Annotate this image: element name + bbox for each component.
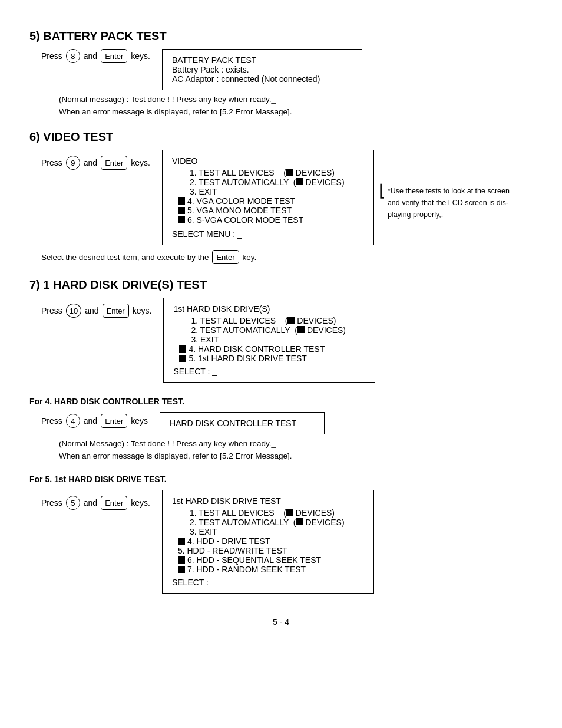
- for5-icon6: [178, 556, 185, 564]
- video-icon5: [178, 207, 185, 214]
- video-devices-icon1: [286, 169, 293, 176]
- for5-devices-icon2: [296, 518, 303, 525]
- for5-press-label: Press: [41, 498, 62, 508]
- for5-item2-line: 2. TEST AUTOMATICALLY (DEVICES): [190, 518, 364, 527]
- for5-item4-line: 4. HDD - DRIVE TEST: [178, 536, 364, 546]
- for5-devices-icon1: [286, 509, 293, 516]
- battery-box-line2: Battery Pack : exists.: [172, 65, 352, 74]
- for5-label: For 5. 1st HARD DISK DRIVE TEST.: [29, 475, 533, 484]
- video-press-label: Press: [41, 158, 62, 167]
- for5-icon4: [178, 538, 185, 545]
- video-keys-suffix: keys.: [131, 158, 150, 167]
- hdd-info-box: 1st HARD DISK DRIVE(S) 1. TEST ALL DEVIC…: [163, 298, 375, 383]
- section-for5: For 5. 1st HARD DISK DRIVE TEST. Press 5…: [29, 475, 533, 594]
- hdd-item2: 2. TEST AUTOMATICALLY: [191, 325, 290, 335]
- for5-icon7: [178, 566, 185, 573]
- hdd-item5: 5. 1st HARD DISK DRIVE TEST: [189, 354, 306, 363]
- for4-keys-suffix: keys: [131, 416, 148, 426]
- video-item4-line: 4. VGA COLOR MODE TEST: [178, 196, 364, 206]
- video-side-notes: ⌊ *Use these tests to look at the screen…: [379, 185, 510, 220]
- hdd-icon4: [179, 345, 186, 353]
- for5-item2: 2. TEST AUTOMATICALLY: [190, 518, 289, 527]
- hdd-item4-line: 4. HARD DISK CONTROLLER TEST: [179, 344, 365, 354]
- hdd-item1-line: 1. TEST ALL DEVICES (DEVICES): [191, 316, 365, 325]
- hdd-key1: 10: [66, 304, 81, 318]
- hdd-item2-line: 2. TEST AUTOMATICALLY (DEVICES): [191, 325, 365, 335]
- for5-item1-devices: DEVICES): [296, 508, 335, 518]
- for4-note1: (Normal Message) : Test done ! ! Press a…: [59, 439, 533, 448]
- for5-item7: 7. HDD - RANDOM SEEK TEST: [187, 565, 306, 574]
- video-item4: 4. VGA COLOR MODE TEST: [187, 196, 295, 206]
- hdd-box-header: 1st HARD DISK DRIVE(S): [173, 304, 365, 314]
- section-hdd: 7) 1 HARD DISK DRIVE(S) TEST Press 10 an…: [29, 278, 533, 383]
- battery-box-line3: AC Adaptor : connected (Not connected): [172, 74, 352, 84]
- for5-key2: Enter: [101, 496, 127, 510]
- hdd-item5-line: 5. 1st HARD DISK DRIVE TEST: [179, 354, 365, 363]
- hdd-item2-devices: DEVICES): [307, 325, 346, 335]
- for4-label: For 4. HARD DISK CONTROLLER TEST.: [29, 397, 533, 406]
- hdd-item3: 3. EXIT: [191, 335, 365, 344]
- for5-item2-devices: DEVICES): [305, 518, 344, 527]
- battery-press-label: Press: [41, 51, 62, 61]
- video-item5: 5. VGA MONO MODE TEST: [187, 206, 292, 215]
- for4-key1: 4: [66, 414, 80, 428]
- hdd-devices-icon1: [287, 317, 295, 324]
- video-key1: 9: [66, 156, 80, 170]
- video-devices-icon2: [296, 178, 303, 185]
- hdd-and: and: [85, 306, 98, 315]
- for4-and: and: [84, 416, 97, 426]
- hdd-item1-devices: DEVICES): [297, 316, 336, 325]
- video-icon4: [178, 197, 185, 205]
- for4-key2: Enter: [101, 414, 127, 428]
- hdd-press-label: Press: [41, 306, 62, 315]
- video-instruction-end: key.: [243, 253, 257, 262]
- for4-note2: When an error message is displayed, refe…: [59, 452, 533, 460]
- for5-key1: 5: [66, 496, 80, 510]
- for5-item1-line: 1. TEST ALL DEVICES (DEVICES): [190, 508, 364, 518]
- hdd-devices-icon2: [297, 326, 305, 333]
- for5-item4: 4. HDD - DRIVE TEST: [187, 536, 270, 546]
- battery-key1: 8: [66, 49, 80, 63]
- video-side-note3: playing properly,.: [388, 209, 510, 220]
- page-number: 5 - 4: [29, 617, 533, 627]
- hdd-key2: Enter: [103, 304, 129, 318]
- video-box-header: VIDEO: [172, 156, 364, 166]
- for4-box-line1: HARD DISK CONTROLLER TEST: [170, 419, 315, 428]
- for5-item7-line: 7. HDD - RANDOM SEEK TEST: [178, 565, 364, 574]
- video-item1: 1. TEST ALL DEVICES: [190, 168, 275, 177]
- video-item6-line: 6. S-VGA COLOR MODE TEST: [178, 215, 364, 225]
- for5-item5: 5. HDD - READ/WRITE TEST: [178, 546, 364, 555]
- battery-key2: Enter: [101, 49, 127, 63]
- video-item1-line: 1. TEST ALL DEVICES (DEVICES): [190, 168, 364, 177]
- section-video: 6) VIDEO TEST Press 9 and Enter keys. VI…: [29, 130, 533, 264]
- battery-and: and: [84, 51, 97, 61]
- video-side-note2: and verify that the LCD screen is dis-: [388, 197, 510, 209]
- hdd-item4: 4. HARD DISK CONTROLLER TEST: [189, 344, 325, 354]
- for5-info-box: 1st HARD DISK DRIVE TEST 1. TEST ALL DEV…: [162, 490, 374, 594]
- battery-title: 5) BATTERY PACK TEST: [29, 29, 533, 43]
- video-item1-devices: DEVICES): [296, 168, 335, 177]
- video-item2-devices: DEVICES): [305, 177, 344, 187]
- for5-item3: 3. EXIT: [190, 527, 364, 536]
- hdd-keys-suffix: keys.: [133, 306, 152, 315]
- video-info-box: VIDEO 1. TEST ALL DEVICES (DEVICES) 2. T…: [162, 150, 374, 245]
- section-battery: 5) BATTERY PACK TEST Press 8 and Enter k…: [29, 29, 533, 116]
- video-item2-line: 2. TEST AUTOMATICALLY (DEVICES): [190, 177, 364, 187]
- battery-note2: When an error message is displayed, refe…: [59, 107, 533, 116]
- video-item5-line: 5. VGA MONO MODE TEST: [178, 206, 364, 215]
- for5-select: SELECT : _: [172, 578, 364, 587]
- video-instruction: Select the desired test item, and execut…: [41, 253, 209, 262]
- hdd-item1: 1. TEST ALL DEVICES: [191, 316, 276, 325]
- video-title: 6) VIDEO TEST: [29, 130, 533, 144]
- hdd-select: SELECT : _: [173, 367, 365, 376]
- for5-item6-line: 6. HDD - SEQUENTIAL SEEK TEST: [178, 555, 364, 565]
- video-and: and: [84, 158, 97, 167]
- video-icon6: [178, 216, 185, 223]
- battery-box-line1: BATTERY PACK TEST: [172, 55, 352, 65]
- battery-note1: (Normal message) : Test done ! ! Press a…: [59, 95, 533, 104]
- for5-box-header: 1st HARD DISK DRIVE TEST: [172, 496, 364, 506]
- video-select: SELECT MENU : _: [172, 229, 364, 239]
- video-item6: 6. S-VGA COLOR MODE TEST: [187, 215, 303, 225]
- for5-item1: 1. TEST ALL DEVICES: [190, 508, 275, 518]
- video-key2: Enter: [101, 156, 127, 170]
